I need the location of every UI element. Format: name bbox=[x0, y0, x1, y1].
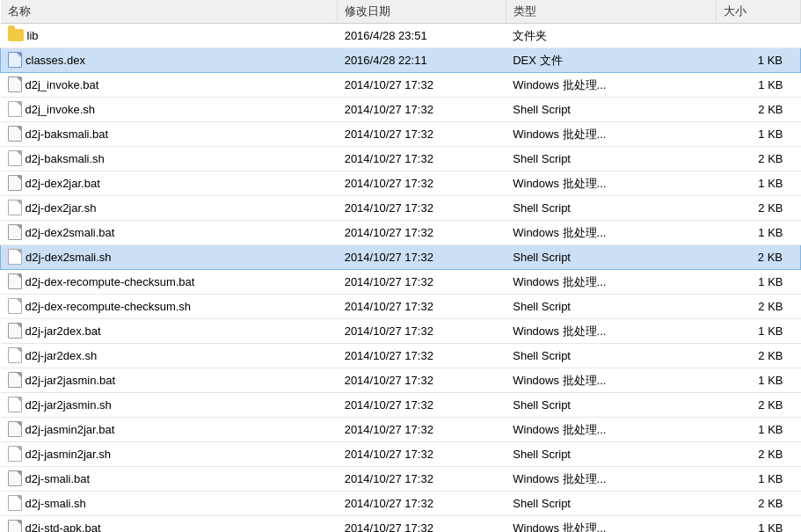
folder-icon bbox=[8, 29, 24, 41]
col-header-type[interactable]: 类型 bbox=[506, 0, 716, 24]
table-row[interactable]: d2j-jar2jasmin.sh2014/10/27 17:32Shell S… bbox=[1, 393, 801, 418]
file-size: 1 KB bbox=[717, 48, 801, 73]
file-date: 2016/4/28 22:11 bbox=[338, 48, 506, 73]
file-size: 2 KB bbox=[717, 196, 801, 221]
table-header-row: 名称 修改日期 类型 大小 bbox=[1, 0, 801, 24]
file-name-cell: d2j-smali.bat bbox=[1, 467, 338, 492]
file-name-cell: d2j-jar2jasmin.bat bbox=[1, 368, 338, 393]
table-row[interactable]: d2j-dex2jar.bat2014/10/27 17:32Windows 批… bbox=[1, 171, 801, 196]
table-row[interactable]: classes.dex2016/4/28 22:11DEX 文件1 KB bbox=[1, 48, 801, 73]
table-row[interactable]: d2j-smali.sh2014/10/27 17:32Shell Script… bbox=[1, 492, 801, 516]
table-row[interactable]: d2j_invoke.sh2014/10/27 17:32Shell Scrip… bbox=[1, 98, 801, 122]
table-row[interactable]: d2j-baksmali.bat2014/10/27 17:32Windows … bbox=[1, 122, 801, 147]
file-name-cell: d2j-smali.sh bbox=[1, 492, 338, 516]
bat-icon bbox=[8, 323, 22, 339]
table-row[interactable]: d2j-smali.bat2014/10/27 17:32Windows 批处理… bbox=[1, 467, 801, 492]
file-name: d2j_invoke.bat bbox=[25, 78, 99, 91]
file-type: Windows 批处理... bbox=[506, 122, 716, 147]
file-date: 2014/10/27 17:32 bbox=[338, 196, 506, 221]
file-size: 2 KB bbox=[717, 147, 801, 171]
file-name-cell: d2j-dex-recompute-checksum.sh bbox=[1, 295, 338, 319]
file-size: 1 KB bbox=[717, 73, 801, 98]
file-date: 2014/10/27 17:32 bbox=[338, 492, 506, 516]
file-name: d2j-dex2jar.sh bbox=[25, 201, 97, 215]
file-type: Shell Script bbox=[506, 98, 716, 122]
file-size: 2 KB bbox=[717, 344, 801, 368]
file-name-cell: d2j-jar2jasmin.sh bbox=[1, 393, 338, 418]
file-size bbox=[717, 24, 801, 48]
file-name-cell: d2j-dex2smali.sh bbox=[1, 245, 338, 270]
file-size: 2 KB bbox=[717, 442, 801, 467]
col-header-date[interactable]: 修改日期 bbox=[338, 0, 506, 24]
file-type: Shell Script bbox=[506, 393, 716, 418]
table-row[interactable]: d2j-dex-recompute-checksum.sh2014/10/27 … bbox=[1, 295, 801, 319]
bat-icon bbox=[8, 175, 22, 191]
file-type: Windows 批处理... bbox=[506, 221, 716, 245]
file-type: Windows 批处理... bbox=[506, 319, 716, 344]
file-type: Windows 批处理... bbox=[506, 73, 716, 98]
file-type: Shell Script bbox=[506, 196, 716, 221]
file-name-cell: d2j-jar2dex.bat bbox=[1, 319, 338, 344]
file-date: 2014/10/27 17:32 bbox=[338, 270, 506, 295]
table-row[interactable]: d2j-jar2dex.bat2014/10/27 17:32Windows 批… bbox=[1, 319, 801, 344]
file-date: 2014/10/27 17:32 bbox=[338, 221, 506, 245]
file-name: d2j-jasmin2jar.bat bbox=[25, 423, 115, 436]
sh-icon bbox=[8, 249, 22, 265]
table-row[interactable]: d2j-dex-recompute-checksum.bat2014/10/27… bbox=[1, 270, 801, 295]
file-name-cell: d2j-jasmin2jar.bat bbox=[1, 418, 338, 442]
file-size: 1 KB bbox=[717, 171, 801, 196]
file-date: 2014/10/27 17:32 bbox=[338, 418, 506, 442]
table-row[interactable]: d2j-std-apk.bat2014/10/27 17:32Windows 批… bbox=[1, 516, 801, 533]
table-row[interactable]: d2j-jasmin2jar.bat2014/10/27 17:32Window… bbox=[1, 418, 801, 442]
file-date: 2014/10/27 17:32 bbox=[338, 516, 506, 533]
file-type: Shell Script bbox=[506, 295, 716, 319]
table-row[interactable]: d2j_invoke.bat2014/10/27 17:32Windows 批处… bbox=[1, 73, 801, 98]
table-row[interactable]: d2j-dex2smali.sh2014/10/27 17:32Shell Sc… bbox=[1, 245, 801, 270]
table-row[interactable]: d2j-jar2dex.sh2014/10/27 17:32Shell Scri… bbox=[1, 344, 801, 368]
file-name: d2j-baksmali.sh bbox=[25, 152, 105, 165]
file-date: 2014/10/27 17:32 bbox=[338, 73, 506, 98]
file-date: 2014/10/27 17:32 bbox=[338, 98, 506, 122]
file-name: d2j-smali.bat bbox=[25, 472, 91, 485]
file-name: d2j-dex-recompute-checksum.sh bbox=[25, 300, 192, 313]
file-name: d2j-dex2jar.bat bbox=[25, 177, 100, 190]
file-type: 文件夹 bbox=[506, 24, 716, 48]
file-name: d2j_invoke.sh bbox=[25, 103, 96, 116]
bat-icon bbox=[8, 470, 22, 486]
file-name: d2j-jar2dex.sh bbox=[25, 349, 98, 362]
file-size: 1 KB bbox=[717, 319, 801, 344]
file-name-cell: d2j-jasmin2jar.sh bbox=[1, 442, 338, 467]
file-name: classes.dex bbox=[25, 54, 85, 67]
file-name: d2j-jasmin2jar.sh bbox=[25, 448, 112, 461]
file-name-cell: d2j-std-apk.bat bbox=[1, 516, 338, 533]
file-date: 2014/10/27 17:32 bbox=[338, 393, 506, 418]
col-header-name[interactable]: 名称 bbox=[1, 0, 338, 24]
file-size: 2 KB bbox=[717, 245, 801, 270]
file-size: 1 KB bbox=[717, 270, 801, 295]
col-header-size[interactable]: 大小 bbox=[717, 0, 801, 24]
file-type: Windows 批处理... bbox=[506, 516, 716, 533]
file-name-cell: d2j-baksmali.sh bbox=[1, 147, 338, 171]
file-size: 1 KB bbox=[717, 368, 801, 393]
file-name-cell: d2j_invoke.sh bbox=[1, 98, 338, 122]
file-date: 2014/10/27 17:32 bbox=[338, 171, 506, 196]
table-row[interactable]: d2j-jasmin2jar.sh2014/10/27 17:32Shell S… bbox=[1, 442, 801, 467]
file-date: 2014/10/27 17:32 bbox=[338, 344, 506, 368]
file-type: Windows 批处理... bbox=[506, 270, 716, 295]
file-type: Windows 批处理... bbox=[506, 418, 716, 442]
dex-icon bbox=[8, 52, 22, 68]
file-date: 2014/10/27 17:32 bbox=[338, 442, 506, 467]
file-list: 名称 修改日期 类型 大小 lib2016/4/28 23:51文件夹class… bbox=[0, 0, 801, 532]
bat-icon bbox=[8, 372, 22, 388]
table-row[interactable]: d2j-dex2smali.bat2014/10/27 17:32Windows… bbox=[1, 221, 801, 245]
table-row[interactable]: lib2016/4/28 23:51文件夹 bbox=[1, 24, 801, 48]
table-row[interactable]: d2j-baksmali.sh2014/10/27 17:32Shell Scr… bbox=[1, 147, 801, 171]
file-type: Shell Script bbox=[506, 442, 716, 467]
table-row[interactable]: d2j-jar2jasmin.bat2014/10/27 17:32Window… bbox=[1, 368, 801, 393]
sh-icon bbox=[8, 397, 22, 412]
table-row[interactable]: d2j-dex2jar.sh2014/10/27 17:32Shell Scri… bbox=[1, 196, 801, 221]
file-name-cell: d2j-baksmali.bat bbox=[1, 122, 338, 147]
bat-icon bbox=[8, 273, 22, 289]
file-size: 1 KB bbox=[717, 516, 801, 533]
file-date: 2014/10/27 17:32 bbox=[338, 245, 506, 270]
